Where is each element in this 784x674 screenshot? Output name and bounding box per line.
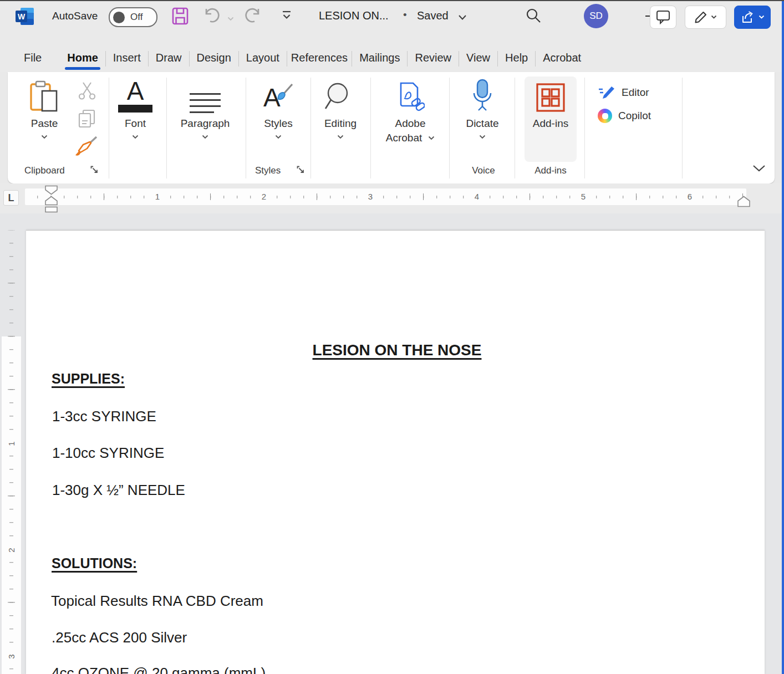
copilot-icon xyxy=(598,109,612,123)
document-area: 1 2 3 LESION ON THE NOSE SUPPLIES: 1-3cc… xyxy=(0,213,784,674)
tab-references[interactable]: References xyxy=(287,47,352,71)
chevron-down-icon xyxy=(275,135,282,139)
group-separator xyxy=(109,78,109,178)
format-painter-button[interactable] xyxy=(73,134,99,159)
doc-title[interactable]: LESION ON THE NOSE xyxy=(51,341,743,359)
editing-mode-button[interactable] xyxy=(685,6,726,29)
tab-stop-selector[interactable]: L xyxy=(3,190,19,206)
doc-line[interactable]: Topical Results RNA CBD Cream xyxy=(51,593,263,610)
word-window: { "titlebar": { "autosave_label": "AutoS… xyxy=(0,0,784,674)
adobe-label-line2: Acrobat xyxy=(386,132,422,144)
copy-icon xyxy=(77,109,97,129)
tab-view[interactable]: View xyxy=(459,47,497,71)
comments-button[interactable] xyxy=(650,6,676,29)
vertical-ruler-margin xyxy=(2,230,21,336)
cut-button[interactable] xyxy=(75,80,99,102)
addins-label: Add-ins xyxy=(533,118,568,130)
chevron-down-icon xyxy=(428,136,435,140)
chevron-down-icon xyxy=(337,135,344,139)
font-menu-button[interactable]: A Font xyxy=(116,78,154,162)
addins-group-label: Add-ins xyxy=(525,165,577,176)
group-separator xyxy=(515,78,515,178)
paste-button[interactable]: Paste xyxy=(18,78,71,162)
format-painter-icon xyxy=(74,135,98,157)
doc-line[interactable]: .25cc ACS 200 Silver xyxy=(52,629,187,646)
dictate-button[interactable]: Dictate xyxy=(461,78,503,162)
autosave-toggle[interactable]: Off xyxy=(109,7,157,27)
horizontal-ruler[interactable]: 1 2 3 4 5 6 xyxy=(25,188,746,205)
doc-line[interactable]: 1-10cc SYRINGE xyxy=(52,445,164,462)
editor-button[interactable]: Editor xyxy=(598,84,649,101)
acrobat-icon xyxy=(396,78,425,113)
redo-icon[interactable] xyxy=(245,7,262,26)
styles-menu-button[interactable]: A Styles xyxy=(258,78,298,162)
doc-line[interactable]: 4cc OZONE @ 20 gamma (mmL) xyxy=(52,665,266,674)
clipboard-group-label: Clipboard xyxy=(24,165,65,176)
status-chevron-icon[interactable] xyxy=(458,13,467,23)
addins-button[interactable]: Add-ins xyxy=(525,76,577,162)
doc-line[interactable]: 1-30g X ½” NEEDLE xyxy=(52,482,185,499)
ruler-number: 4 xyxy=(471,192,482,202)
share-button[interactable] xyxy=(734,6,771,29)
dictate-label: Dictate xyxy=(466,118,498,130)
autosave-state: Off xyxy=(130,12,142,23)
collapse-ribbon-button[interactable] xyxy=(751,162,767,175)
ruler-number: 5 xyxy=(578,192,589,202)
tab-acrobat[interactable]: Acrobat xyxy=(536,47,588,71)
toggle-knob xyxy=(113,12,125,23)
scissors-icon xyxy=(77,81,97,100)
ruler-number: 2 xyxy=(258,192,269,202)
doc-heading-supplies[interactable]: SUPPLIES: xyxy=(52,371,125,387)
ribbon-tab-row: File Home Insert Draw Design Layout Refe… xyxy=(0,31,784,72)
vertical-ruler[interactable]: 1 2 3 xyxy=(2,336,21,674)
document-title[interactable]: LESION ON... xyxy=(319,9,389,22)
undo-dropdown-icon[interactable] xyxy=(227,13,234,23)
editing-label: Editing xyxy=(324,118,357,130)
right-indent-marker[interactable] xyxy=(737,196,751,210)
save-icon[interactable] xyxy=(172,7,189,27)
paste-clipboard-icon xyxy=(29,78,60,113)
group-separator xyxy=(370,78,371,178)
hanging-indent-marker[interactable] xyxy=(44,196,58,215)
undo-icon[interactable] xyxy=(203,7,221,26)
chevron-down-icon xyxy=(479,135,486,139)
window-right-border xyxy=(782,1,784,674)
microphone-icon xyxy=(471,78,493,113)
paragraph-menu-button[interactable]: Paragraph xyxy=(182,78,228,162)
editor-pen-icon xyxy=(598,84,615,101)
paragraph-icon xyxy=(190,78,221,113)
tab-design[interactable]: Design xyxy=(190,47,238,71)
tab-home[interactable]: Home xyxy=(60,47,105,71)
editing-magnifier-icon xyxy=(324,78,357,113)
clipboard-dialog-launcher-icon[interactable] xyxy=(89,164,100,175)
tab-insert[interactable]: Insert xyxy=(106,47,148,71)
adobe-label-line1: Adobe xyxy=(395,118,426,130)
chevron-down-icon xyxy=(711,15,717,19)
tab-draw[interactable]: Draw xyxy=(149,47,189,71)
customize-toolbar-icon[interactable] xyxy=(280,11,293,24)
tab-file[interactable]: File xyxy=(17,47,49,71)
tab-mailings[interactable]: Mailings xyxy=(352,47,407,71)
adobe-acrobat-button[interactable]: Adobe Acrobat xyxy=(383,78,438,162)
ribbon-tabs: File Home Insert Draw Design Layout Refe… xyxy=(17,45,588,72)
autosave-label: AutoSave xyxy=(52,10,98,22)
styles-dialog-launcher-icon[interactable] xyxy=(295,164,306,175)
chevron-down-icon xyxy=(202,135,208,139)
tab-layout[interactable]: Layout xyxy=(239,47,287,71)
save-status[interactable]: Saved xyxy=(417,9,449,22)
ruler-row: L 1 2 3 4 5 6 xyxy=(0,183,784,213)
doc-line[interactable]: 1-3cc SYRINGE xyxy=(52,408,156,425)
group-separator xyxy=(682,78,683,178)
copy-button[interactable] xyxy=(75,108,99,130)
document-page[interactable]: LESION ON THE NOSE SUPPLIES: 1-3cc SYRIN… xyxy=(26,230,765,674)
font-label: Font xyxy=(125,118,146,130)
doc-heading-solutions[interactable]: SOLUTIONS: xyxy=(52,555,137,571)
tab-review[interactable]: Review xyxy=(408,47,459,71)
styles-icon: A xyxy=(262,78,294,113)
editing-menu-button[interactable]: Editing xyxy=(318,78,363,162)
tab-help[interactable]: Help xyxy=(498,47,535,71)
search-icon[interactable] xyxy=(526,8,541,25)
account-avatar[interactable]: SD xyxy=(584,4,608,28)
copilot-button[interactable]: Copilot xyxy=(598,109,651,123)
group-separator xyxy=(584,78,585,178)
